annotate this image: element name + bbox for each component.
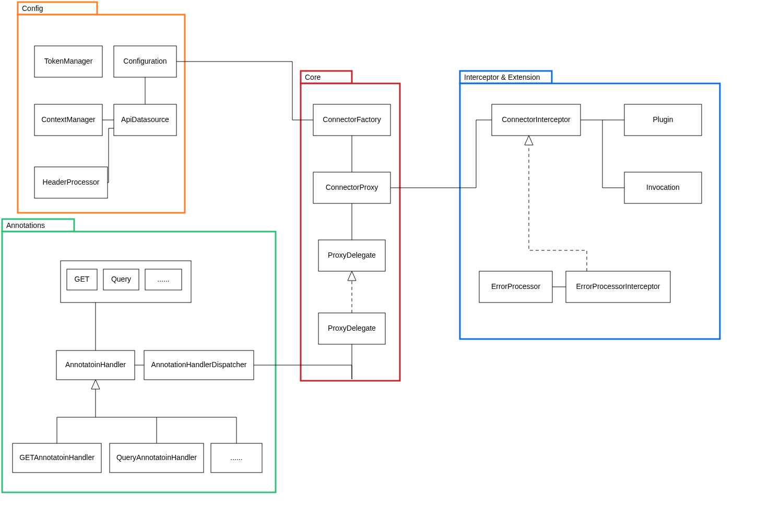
svg-text:......: ......	[230, 453, 242, 462]
box-api-datasource: ApiDatasource	[114, 104, 176, 136]
box-connector-proxy: ConnectorProxy	[313, 172, 390, 203]
box-annotation-top-group: GET Query ......	[61, 261, 191, 303]
svg-text:ErrorProcessor: ErrorProcessor	[491, 282, 540, 291]
box-more-handlers: ......	[211, 443, 262, 473]
svg-text:ConnectorInterceptor: ConnectorInterceptor	[502, 115, 571, 124]
svg-text:AnnotatoinHandler: AnnotatoinHandler	[65, 360, 126, 369]
svg-text:AnnotationHandlerDispatcher: AnnotationHandlerDispatcher	[151, 360, 247, 369]
box-proxy-delegate-2: ProxyDelegate	[318, 313, 385, 344]
box-error-processor: ErrorProcessor	[479, 271, 552, 303]
svg-text:ContextManager: ContextManager	[41, 115, 96, 124]
svg-text:QueryAnnotatoinHandler: QueryAnnotatoinHandler	[116, 453, 197, 462]
box-connector-factory: ConnectorFactory	[313, 104, 390, 136]
box-get-annotation-handler: GETAnnotatoinHandler	[13, 443, 101, 473]
box-token-manager: TokenManager	[34, 46, 102, 77]
box-proxy-delegate-1: ProxyDelegate	[318, 240, 385, 271]
box-invocation: Invocation	[624, 172, 702, 203]
svg-text:HeaderProcessor: HeaderProcessor	[43, 178, 100, 186]
svg-text:ConnectorProxy: ConnectorProxy	[326, 183, 378, 191]
package-core-label: Core	[305, 73, 321, 81]
svg-text:TokenManager: TokenManager	[44, 57, 93, 65]
svg-text:ProxyDelegate: ProxyDelegate	[328, 251, 376, 259]
box-context-manager: ContextManager	[34, 104, 102, 136]
box-query-annotation-handler: QueryAnnotatoinHandler	[110, 443, 204, 473]
edge-configuration-connectorfactory	[176, 62, 313, 120]
box-error-processor-interceptor: ErrorProcessorInterceptor	[566, 271, 670, 303]
box-header-processor: HeaderProcessor	[34, 167, 108, 198]
svg-text:Configuration: Configuration	[123, 57, 167, 65]
svg-text:ApiDatasource: ApiDatasource	[121, 115, 169, 124]
svg-text:ConnectorFactory: ConnectorFactory	[323, 115, 381, 124]
package-config-label: Config	[22, 4, 43, 13]
svg-text:ProxyDelegate: ProxyDelegate	[328, 324, 376, 332]
svg-text:Invocation: Invocation	[646, 183, 680, 191]
svg-text:GETAnnotatoinHandler: GETAnnotatoinHandler	[19, 453, 94, 462]
package-annotations-label: Annotations	[6, 221, 45, 229]
svg-text:Plugin: Plugin	[653, 115, 673, 124]
svg-text:......: ......	[157, 275, 169, 283]
svg-text:ErrorProcessorInterceptor: ErrorProcessorInterceptor	[576, 282, 660, 291]
box-annotation-handler: AnnotatoinHandler	[56, 350, 135, 380]
svg-text:GET: GET	[75, 275, 90, 283]
box-annotation-handler-dispatcher: AnnotationHandlerDispatcher	[144, 350, 254, 380]
box-connector-interceptor: ConnectorInterceptor	[492, 104, 581, 136]
svg-text:Query: Query	[111, 275, 131, 283]
package-interceptor-label: Interceptor & Extension	[464, 73, 540, 81]
box-configuration: Configuration	[114, 46, 176, 77]
box-plugin: Plugin	[624, 104, 702, 136]
